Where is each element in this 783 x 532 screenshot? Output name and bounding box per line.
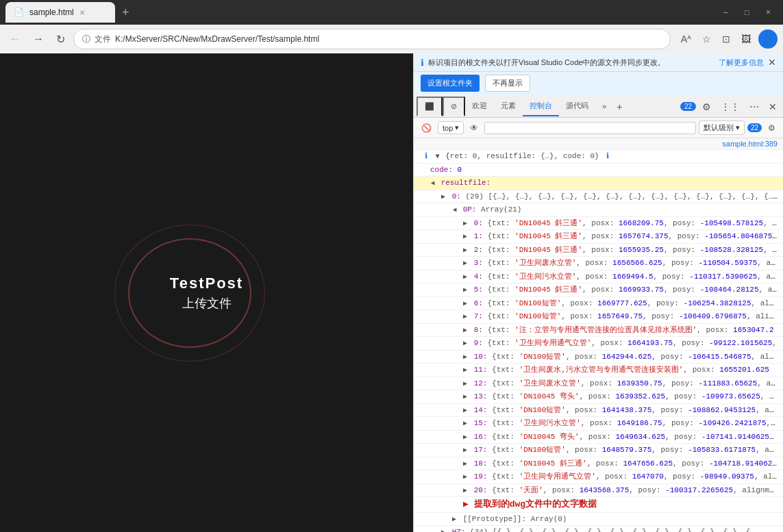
item19-idx: 19: <box>474 472 492 481</box>
new-tab-button[interactable]: + <box>118 4 134 21</box>
page-content: TestPost 上传文件 <box>0 53 413 532</box>
expand-item13[interactable]: ▶ <box>463 392 467 402</box>
maximize-button[interactable]: □ <box>738 5 756 20</box>
expand-item19[interactable]: ▶ <box>463 472 467 482</box>
item6-content: {txt: 'DN100短管', posx: 1669777.625, posy… <box>487 299 783 307</box>
expand-item11[interactable]: ▶ <box>463 365 467 375</box>
favorites-button[interactable]: ☆ <box>699 31 714 47</box>
expand-item5[interactable]: ▶ <box>463 285 467 295</box>
more-options-button[interactable]: ⋯ <box>746 99 762 114</box>
expand-proto-arr[interactable]: ▶ <box>452 514 456 524</box>
back-button[interactable]: ← <box>5 30 25 48</box>
tab-close-button[interactable]: ✕ <box>79 9 85 16</box>
expand-item16[interactable]: ▶ <box>463 432 467 442</box>
expand-item10[interactable]: ▶ <box>463 352 467 362</box>
info-dot-icon: ℹ <box>425 152 427 160</box>
top-label: top <box>443 124 453 132</box>
item11-content: {txt: '卫生间废水,污水立管与专用通气管连接安装图', posx: 165… <box>492 366 769 374</box>
set-root-folder-button[interactable]: 设置根文件夹 <box>421 75 480 92</box>
banner-close-button[interactable]: ✕ <box>768 57 776 68</box>
item0-content: {txt: 'DN10045 斜三通', posx: 1668209.75, p… <box>487 219 783 227</box>
address-bar[interactable]: ⓘ 文件 K:/MxServer/SRC/New/MxDrawServer/Te… <box>73 29 671 49</box>
expand-arr0-arrow[interactable]: ▶ <box>441 192 445 202</box>
tab-console[interactable]: 控制台 <box>523 97 559 116</box>
tab-more[interactable]: » <box>595 98 613 116</box>
expand-item15[interactable]: ▶ <box>463 418 467 429</box>
read-aloud-button[interactable]: Aᴬ <box>678 31 695 47</box>
expand-resultfile-arrow[interactable]: ▼ <box>427 181 438 185</box>
expand-item17[interactable]: ▶ <box>463 445 467 455</box>
expand-item8[interactable]: ▶ <box>463 325 467 335</box>
expand-item3[interactable]: ▶ <box>463 258 467 268</box>
collections-button[interactable]: ⊡ <box>719 31 734 47</box>
settings-button[interactable]: ⚙ <box>699 99 714 114</box>
expand-root-arrow[interactable]: ▶ <box>432 154 442 158</box>
item10-content: {txt: 'DN100短管', posx: 1642944.625, posy… <box>492 353 783 361</box>
level-dropdown[interactable]: 默认级别 ▾ <box>699 121 745 135</box>
close-devtools-button[interactable]: ✕ <box>765 99 780 114</box>
item14-content: {txt: 'DN100短管', posx: 1641438.375, posy… <box>492 406 783 414</box>
expand-item7[interactable]: ▶ <box>463 312 467 322</box>
expand-item18[interactable]: ▶ <box>463 459 467 469</box>
main-area: TestPost 上传文件 ℹ 标识项目的根文件夹以打开Visual Studi… <box>0 53 783 532</box>
source-reference[interactable]: sample.html:389 <box>414 138 783 150</box>
dont-show-button[interactable]: 不再显示 <box>485 75 530 92</box>
browser-tab-active[interactable]: 📄 sample.html ✕ <box>5 2 115 23</box>
expand-item2[interactable]: ▶ <box>463 245 467 255</box>
user-avatar[interactable]: 👤 <box>758 29 778 49</box>
item-7: ▶ 7: {txt: 'DN100短管', posx: 1657649.75, … <box>414 310 783 324</box>
reload-button[interactable]: ↻ <box>52 30 69 49</box>
clear-console-button[interactable]: 🚫 <box>418 122 435 134</box>
learn-more-link[interactable]: 了解更多信息 <box>719 58 764 68</box>
hz-line: ▶ HZ: (34) [{…}, {…}, {…}, {…}, {…}, {…}… <box>414 526 783 532</box>
page-title: TestPost <box>170 275 243 292</box>
item-8: ▶ 8: {txt: '注：立管与专用通气管连接的位置具体见排水系统图', po… <box>414 324 783 338</box>
expand-item1[interactable]: ▶ <box>463 231 467 242</box>
item-14: ▶ 14: {txt: 'DN100短管', posx: 1641438.375… <box>414 404 783 418</box>
expand-hz[interactable]: ▶ <box>441 527 445 532</box>
info-icon: ℹ <box>421 58 424 68</box>
tab-sources[interactable]: 源代码 <box>559 97 595 116</box>
hz-key: HZ: <box>452 528 470 532</box>
devtools-toolbar: 🚫 top ▾ 👁 默认级别 ▾ 22 ⚙ <box>414 118 783 138</box>
expand-item6[interactable]: ▶ <box>463 299 467 309</box>
expand-item4[interactable]: ▶ <box>463 272 467 282</box>
close-button[interactable]: × <box>759 5 778 20</box>
add-panel-button[interactable]: + <box>613 99 625 114</box>
address-text: K:/MxServer/SRC/New/MxDrawServer/Test/sa… <box>115 34 662 44</box>
expand-item0[interactable]: ▶ <box>463 218 467 229</box>
tab-inspect[interactable]: ⬛ <box>417 97 443 116</box>
context-dropdown[interactable]: top ▾ <box>438 121 464 134</box>
item-19: ▶ 19: {txt: '卫生间专用通气立管', posx: 1647070, … <box>414 470 783 484</box>
expand-arr0p-arrow[interactable]: ▼ <box>449 207 460 212</box>
item12-idx: 12: <box>474 379 492 388</box>
arr0-preview: (29) [{…}, {…}, {…}, {…}, {…}, {…}, {…},… <box>465 192 783 201</box>
forward-button[interactable]: → <box>29 30 48 48</box>
expand-item14[interactable]: ▶ <box>463 405 467 416</box>
tab-welcome[interactable]: 欢迎 <box>465 97 494 116</box>
expand-item20[interactable]: ▶ <box>463 485 467 496</box>
tab-elements[interactable]: 元素 <box>494 97 523 116</box>
item-18: ▶ 18: {txt: 'DN10045 斜三通', posx: 1647656… <box>414 457 783 471</box>
banner-buttons: 设置根文件夹 不再显示 <box>414 72 783 96</box>
arr0p-key: 0P: <box>463 205 481 214</box>
item-2: ▶ 2: {txt: 'DN10045 斜三通', posx: 1655935.… <box>414 244 783 257</box>
console-output[interactable]: ℹ ▶ {ret: 0, resultfile: {…}, code: 0} ℹ… <box>414 150 783 532</box>
filter-input[interactable] <box>484 122 696 134</box>
tab-device[interactable]: ⊘ <box>443 97 465 116</box>
eye-button[interactable]: 👁 <box>467 122 482 134</box>
item11-idx: 11: <box>474 366 492 374</box>
console-settings-button[interactable]: ⚙ <box>765 122 779 134</box>
item14-idx: 14: <box>474 406 492 414</box>
customize-button[interactable]: ⋮⋮ <box>717 99 743 114</box>
item7-content: {txt: 'DN100短管', posx: 1657649.75, posy:… <box>487 312 783 320</box>
item-12: ▶ 12: {txt: '卫生间废水立管', posx: 1639350.75,… <box>414 377 783 391</box>
minimize-button[interactable]: – <box>717 5 735 20</box>
profile-button[interactable]: 🖼 <box>738 31 754 47</box>
item-13: ▶ 13: {txt: 'DN10045 弯头', posx: 1639352.… <box>414 390 783 404</box>
item1-content: {txt: 'DN10045 斜三通', posx: 1657674.375, … <box>487 232 783 240</box>
expand-item9[interactable]: ▶ <box>463 338 467 349</box>
expand-item12[interactable]: ▶ <box>463 379 467 389</box>
tab-title: sample.html <box>29 8 74 17</box>
item15-content: {txt: '卫生间污水立管', posx: 1649186.75, posy:… <box>492 419 780 427</box>
